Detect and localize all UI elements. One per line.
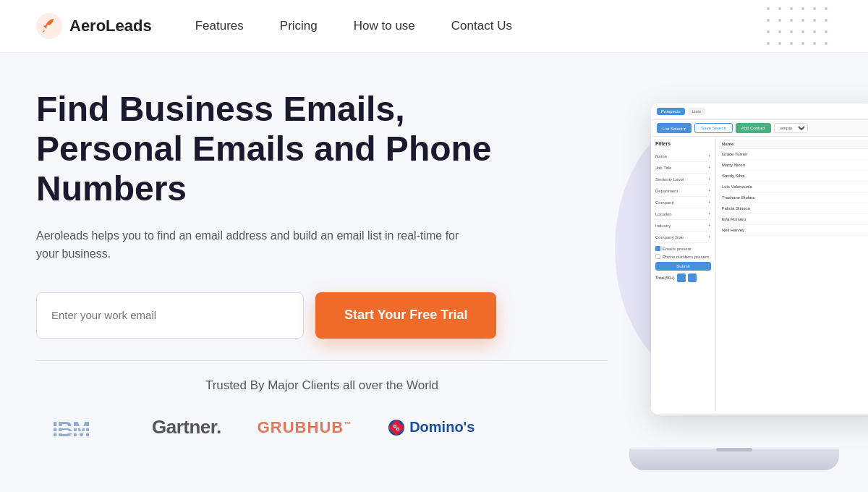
main-nav: Features Pricing How to use Contact Us xyxy=(195,19,512,33)
client-logos: IBM Gartner. GRUBHUB™ xyxy=(36,413,608,442)
svg-rect-4 xyxy=(52,431,112,433)
app-body: Filters Name + Job Title + Seniority Lev… xyxy=(651,137,868,412)
svg-rect-3 xyxy=(52,426,112,428)
trusted-text: Trusted By Major Clients all over the Wo… xyxy=(36,378,608,393)
logo-link[interactable]: AeroLeads xyxy=(36,13,152,39)
table-row: Luis Valenzuela Add xyxy=(719,182,868,192)
svg-point-9 xyxy=(397,428,399,430)
nav-features[interactable]: Features xyxy=(195,19,244,33)
filters-panel: Filters Name + Job Title + Seniority Lev… xyxy=(651,137,716,412)
results-panel: Name Extras Grace Turner Export Marty Ni… xyxy=(716,137,868,412)
cta-button[interactable]: Start Your Free Trial xyxy=(315,292,496,339)
app-window: Prospects Lists List Select ▾ Save Searc… xyxy=(651,103,868,415)
hero-section: Find Business Emails, Personal Emails an… xyxy=(36,89,637,470)
app-topbar: Prospects Lists xyxy=(651,103,868,120)
grubhub-logo: GRUBHUB™ xyxy=(258,418,352,437)
filter-company-size: Company Size + xyxy=(655,232,711,243)
hero-title: Find Business Emails, Personal Emails an… xyxy=(36,89,542,209)
decorative-dots xyxy=(767,7,832,49)
add-button[interactable]: Add Contact xyxy=(736,123,771,133)
rocket-icon xyxy=(36,13,62,39)
table-row: Sandy Silva Add xyxy=(719,171,868,182)
laptop-notch xyxy=(716,448,752,451)
cta-row: Start Your Free Trial xyxy=(36,292,608,339)
svg-text:IBM: IBM xyxy=(52,417,90,441)
divider xyxy=(36,360,608,361)
hero-subtitle: Aeroleads helps you to find an email add… xyxy=(36,226,470,263)
app-mockup-section: Prospects Lists List Select ▾ Save Searc… xyxy=(637,89,832,470)
logo-text: AeroLeads xyxy=(69,17,152,35)
main-content: Find Business Emails, Personal Emails an… xyxy=(0,53,868,492)
save-search-button[interactable]: Save Search xyxy=(694,123,732,133)
total-row: Total(50+) xyxy=(655,273,711,282)
filter-seniority: Seniority Level + xyxy=(655,174,711,185)
laptop-base xyxy=(629,449,839,470)
toolbar-select[interactable]: empty xyxy=(774,123,808,133)
filter-department: Department + xyxy=(655,185,711,197)
emails-checkbox[interactable] xyxy=(655,246,660,251)
filters-title: Filters xyxy=(655,141,711,146)
results-header: Name Extras xyxy=(719,140,868,149)
gartner-logo: Gartner. xyxy=(152,416,221,438)
table-row: Grace Turner Export xyxy=(719,149,868,160)
ibm-logo: IBM xyxy=(51,413,116,442)
nav-contact-us[interactable]: Contact Us xyxy=(451,19,512,33)
nav-pricing[interactable]: Pricing xyxy=(280,19,318,33)
table-row: Neil Harvey Export xyxy=(719,225,868,236)
phone-checkbox[interactable] xyxy=(655,254,660,259)
page-btn-2[interactable] xyxy=(688,273,697,282)
filter-job-title: Job Title + xyxy=(655,162,711,174)
svg-point-8 xyxy=(394,425,396,427)
list-select-button[interactable]: List Select ▾ xyxy=(657,123,692,133)
table-row: Trashane Stokes Export xyxy=(719,192,868,203)
filter-industry: Industry + xyxy=(655,220,711,232)
emails-present-row: Emails present xyxy=(655,246,711,251)
dominos-logo: Domino's xyxy=(388,419,475,436)
tab-lists[interactable]: Lists xyxy=(688,108,705,115)
ibm-svg: IBM xyxy=(51,413,116,442)
page-btn-1[interactable] xyxy=(677,273,686,282)
email-input[interactable] xyxy=(36,292,304,339)
header: AeroLeads Features Pricing How to use Co… xyxy=(0,0,868,53)
submit-button[interactable]: Submit xyxy=(655,262,711,271)
phone-present-row: Phone numbers present xyxy=(655,254,711,259)
table-row: Marty Nixon Fields xyxy=(719,160,868,171)
svg-point-1 xyxy=(47,25,51,29)
table-row: Eva Romero Export xyxy=(719,214,868,225)
table-row: Felicia Stinson Export xyxy=(719,203,868,214)
tab-prospects[interactable]: Prospects xyxy=(657,108,685,115)
nav-how-to-use[interactable]: How to use xyxy=(354,19,415,33)
filter-company: Company + xyxy=(655,197,711,208)
filter-name: Name + xyxy=(655,150,711,162)
dominos-icon xyxy=(388,419,405,436)
filter-location: Location + xyxy=(655,208,711,220)
app-toolbar: List Select ▾ Save Search Add Contact em… xyxy=(651,120,868,137)
